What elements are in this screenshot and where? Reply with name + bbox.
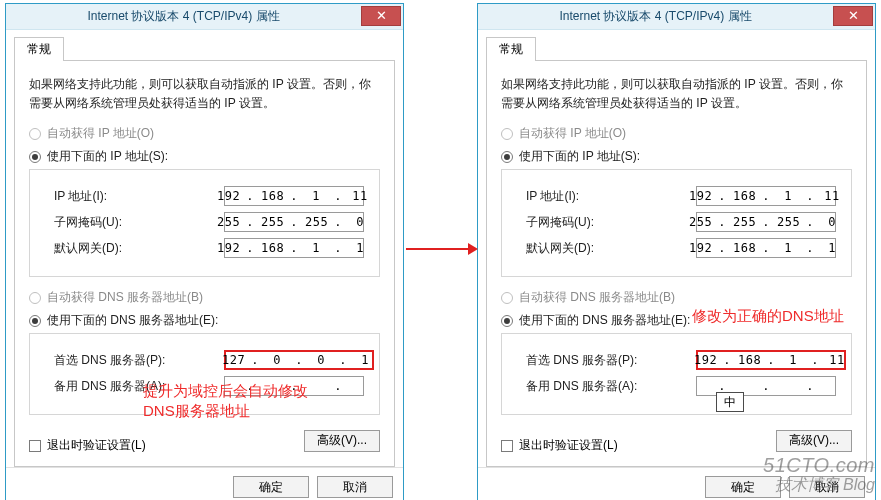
radio-dns-auto-label: 自动获得 DNS 服务器地址(B) (47, 289, 203, 306)
radio-ip-manual[interactable]: 使用下面的 IP 地址(S): (501, 148, 852, 165)
radio-ip-manual-label: 使用下面的 IP 地址(S): (47, 148, 168, 165)
dns-group: 首选 DNS 服务器(P): 127. 0. 0. 1 备用 DNS 服务器(A… (29, 333, 380, 415)
gateway-label: 默认网关(D): (54, 240, 224, 257)
ok-button[interactable]: 确定 (705, 476, 781, 498)
tab-general[interactable]: 常规 (486, 37, 536, 61)
ok-button[interactable]: 确定 (233, 476, 309, 498)
gateway-input[interactable]: 192. 168. 1. 1 (224, 238, 364, 258)
arrow-icon (406, 248, 476, 250)
checkbox-icon (501, 440, 513, 452)
ip-input[interactable]: 192. 168. 1. 11 (696, 186, 836, 206)
radio-dns-manual-label: 使用下面的 DNS 服务器地址(E): (519, 312, 690, 329)
advanced-button[interactable]: 高级(V)... (776, 430, 852, 452)
radio-icon (501, 128, 513, 140)
dns-primary-label: 首选 DNS 服务器(P): (526, 352, 696, 369)
radio-icon (501, 151, 513, 163)
window-title: Internet 协议版本 4 (TCP/IPv4) 属性 (478, 8, 833, 25)
radio-dns-manual-label: 使用下面的 DNS 服务器地址(E): (47, 312, 218, 329)
radio-icon (29, 292, 41, 304)
radio-icon (501, 315, 513, 327)
radio-dns-manual[interactable]: 使用下面的 DNS 服务器地址(E): (501, 312, 852, 329)
gateway-input[interactable]: 192. 168. 1. 1 (696, 238, 836, 258)
cancel-button[interactable]: 取消 (317, 476, 393, 498)
tcpip-dialog-right: Internet 协议版本 4 (TCP/IPv4) 属性 ✕ 常规 如果网络支… (477, 3, 876, 500)
dns-group: 首选 DNS 服务器(P): 192. 168. 1. 11 备用 DNS 服务… (501, 333, 852, 415)
dns-primary-input[interactable]: 127. 0. 0. 1 (224, 350, 374, 370)
ip-input[interactable]: 192. 168. 1. 11 (224, 186, 364, 206)
cancel-button[interactable]: 取消 (789, 476, 865, 498)
advanced-button[interactable]: 高级(V)... (304, 430, 380, 452)
validate-label: 退出时验证设置(L) (519, 437, 618, 454)
tab-body: 如果网络支持此功能，则可以获取自动指派的 IP 设置。否则，你需要从网络系统管理… (486, 60, 867, 467)
tcpip-dialog-left: Internet 协议版本 4 (TCP/IPv4) 属性 ✕ 常规 如果网络支… (5, 3, 404, 500)
radio-ip-auto-label: 自动获得 IP 地址(O) (519, 125, 626, 142)
description-text: 如果网络支持此功能，则可以获取自动指派的 IP 设置。否则，你需要从网络系统管理… (501, 75, 852, 113)
mask-input[interactable]: 255. 255. 255. 0 (696, 212, 836, 232)
tab-general[interactable]: 常规 (14, 37, 64, 61)
close-icon[interactable]: ✕ (361, 6, 401, 26)
radio-ip-auto[interactable]: 自动获得 IP 地址(O) (29, 125, 380, 142)
radio-ip-manual-label: 使用下面的 IP 地址(S): (519, 148, 640, 165)
radio-icon (29, 315, 41, 327)
radio-dns-auto-label: 自动获得 DNS 服务器地址(B) (519, 289, 675, 306)
description-text: 如果网络支持此功能，则可以获取自动指派的 IP 设置。否则，你需要从网络系统管理… (29, 75, 380, 113)
mask-input[interactable]: 255. 255. 255. 0 (224, 212, 364, 232)
radio-icon (29, 151, 41, 163)
validate-label: 退出时验证设置(L) (47, 437, 146, 454)
ip-group: IP 地址(I): 192. 168. 1. 11 子网掩码(U): 255. … (29, 169, 380, 277)
gateway-label: 默认网关(D): (526, 240, 696, 257)
validate-checkbox-row[interactable]: 退出时验证设置(L) (29, 437, 146, 454)
titlebar[interactable]: Internet 协议版本 4 (TCP/IPv4) 属性 ✕ (478, 4, 875, 30)
ime-indicator: 中 (716, 392, 744, 412)
radio-ip-auto-label: 自动获得 IP 地址(O) (47, 125, 154, 142)
checkbox-icon (29, 440, 41, 452)
radio-icon (29, 128, 41, 140)
ip-label: IP 地址(I): (526, 188, 696, 205)
ip-label: IP 地址(I): (54, 188, 224, 205)
dns-alt-label: 备用 DNS 服务器(A): (526, 378, 696, 395)
dialog-footer: 确定 取消 (478, 467, 875, 500)
radio-dns-auto: 自动获得 DNS 服务器地址(B) (501, 289, 852, 306)
titlebar[interactable]: Internet 协议版本 4 (TCP/IPv4) 属性 ✕ (6, 4, 403, 30)
dns-alt-input[interactable]: . . . (224, 376, 364, 396)
dialog-footer: 确定 取消 (6, 467, 403, 500)
validate-checkbox-row[interactable]: 退出时验证设置(L) (501, 437, 618, 454)
tab-body: 如果网络支持此功能，则可以获取自动指派的 IP 设置。否则，你需要从网络系统管理… (14, 60, 395, 467)
radio-dns-auto: 自动获得 DNS 服务器地址(B) (29, 289, 380, 306)
ip-group: IP 地址(I): 192. 168. 1. 11 子网掩码(U): 255. … (501, 169, 852, 277)
window-title: Internet 协议版本 4 (TCP/IPv4) 属性 (6, 8, 361, 25)
dns-alt-label: 备用 DNS 服务器(A): (54, 378, 224, 395)
mask-label: 子网掩码(U): (526, 214, 696, 231)
radio-icon (501, 292, 513, 304)
radio-ip-manual[interactable]: 使用下面的 IP 地址(S): (29, 148, 380, 165)
close-icon[interactable]: ✕ (833, 6, 873, 26)
radio-ip-auto[interactable]: 自动获得 IP 地址(O) (501, 125, 852, 142)
dns-primary-label: 首选 DNS 服务器(P): (54, 352, 224, 369)
radio-dns-manual[interactable]: 使用下面的 DNS 服务器地址(E): (29, 312, 380, 329)
mask-label: 子网掩码(U): (54, 214, 224, 231)
dns-primary-input[interactable]: 192. 168. 1. 11 (696, 350, 846, 370)
